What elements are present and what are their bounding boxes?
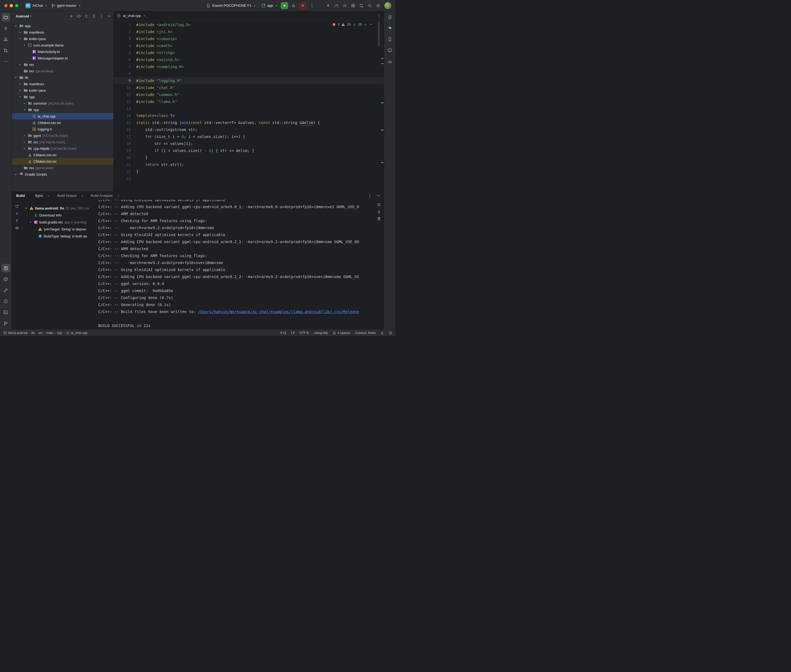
tree-item-kotlin-java[interactable]: ▾kotlin+java xyxy=(12,35,113,42)
tree-item-manifests[interactable]: ▸manifests xyxy=(12,81,113,87)
plugins-icon[interactable] xyxy=(351,3,355,8)
caret-position[interactable]: 9:21 xyxy=(280,331,286,335)
project-folder-tool-button[interactable] xyxy=(2,13,10,21)
ai-assistant-icon[interactable] xyxy=(326,3,330,8)
code-line-16[interactable]: 16 std::ostringstream str; xyxy=(114,126,384,133)
todo-list-icon[interactable] xyxy=(343,3,347,8)
minimize-icon[interactable] xyxy=(376,194,380,198)
chevron-right-icon[interactable]: ▸ xyxy=(18,63,22,66)
version-control-tool-button[interactable] xyxy=(2,319,10,328)
breadcrumb-item-main[interactable]: main xyxy=(46,331,53,335)
code-line-13[interactable]: 13 xyxy=(114,105,384,112)
code-line-15[interactable]: 15static std::string join(const std::vec… xyxy=(114,119,384,126)
chevron-right-icon[interactable]: ▸ xyxy=(22,141,26,143)
commit-tool-button[interactable] xyxy=(2,24,10,32)
tree-item-ggml[interactable]: ▸ggml[AiChat.lib.main] xyxy=(12,132,113,139)
build-output-console[interactable]: C/C++: -- Using KleidiAI optimized kerne… xyxy=(95,200,384,329)
tree-item-lib[interactable]: ▾lib xyxy=(12,74,113,81)
chevron-right-icon[interactable]: ▸ xyxy=(14,173,18,176)
chevron-down-icon[interactable]: ▾ xyxy=(14,24,18,27)
tree-item-cmakelists-txt[interactable]: CMakeLists.txt xyxy=(12,152,113,158)
code-line-22[interactable]: 22} xyxy=(114,168,384,175)
code-line-2[interactable]: 2#include <jni.h> xyxy=(114,28,384,35)
indent-config[interactable]: 4 spaces xyxy=(332,331,350,335)
code-line-5[interactable]: 5#include <string> xyxy=(114,49,384,56)
editor-scrollbar[interactable] xyxy=(378,21,380,46)
more-horizontal-tool-button[interactable] xyxy=(2,57,10,66)
chevron-right-icon[interactable]: ▸ xyxy=(18,83,22,85)
tree-item-src[interactable]: ▸src[AiChat.lib.main] xyxy=(12,139,113,145)
clear-icon[interactable] xyxy=(377,216,381,221)
breadcrumb-item-cpp[interactable]: cpp xyxy=(57,331,62,335)
sync-icon[interactable] xyxy=(359,3,364,8)
close-icon[interactable] xyxy=(117,194,120,197)
tree-item-cpp[interactable]: ▾cpp xyxy=(12,107,113,113)
chevron-right-icon[interactable]: ▸ xyxy=(18,31,22,34)
eye-icon[interactable] xyxy=(15,226,19,230)
run-config-selector[interactable]: app ▾ xyxy=(259,2,279,9)
breadcrumb-item-lib[interactable]: lib xyxy=(31,331,34,335)
code-line-4[interactable]: 4#include <cmath> xyxy=(114,42,384,49)
soft-wrap-icon[interactable] xyxy=(377,203,381,207)
locate-icon[interactable] xyxy=(77,14,81,18)
tab-build-analyzer[interactable]: Build Analyzer xyxy=(88,192,123,200)
problems-tool-button[interactable] xyxy=(2,297,10,306)
pin-icon[interactable] xyxy=(15,219,19,223)
running-devices-tool-button[interactable] xyxy=(386,46,394,54)
profiler-icon[interactable] xyxy=(334,3,339,8)
project-widget[interactable]: AC AiChat ▾ xyxy=(23,2,49,10)
plus-icon[interactable] xyxy=(69,14,74,18)
clang-tidy-widget[interactable]: .clang-tidy xyxy=(313,331,328,335)
terminal-tool-button[interactable] xyxy=(2,308,10,317)
dependencies-tool-button[interactable] xyxy=(2,275,10,283)
collapse-all-icon[interactable] xyxy=(92,14,96,18)
tree-item-messageadapter-kt[interactable]: MessageAdapter.kt xyxy=(12,55,113,61)
more-vertical-icon[interactable] xyxy=(377,14,381,18)
code-line-6[interactable]: 6#include <unistd.h> xyxy=(114,56,384,63)
settings-icon[interactable] xyxy=(376,3,380,8)
tab-build-output[interactable]: Build Output xyxy=(55,192,87,200)
inspections-widget[interactable]: 3 24 15 xyxy=(331,22,375,27)
vcs-branch-widget[interactable]: ggml-master ▾ xyxy=(49,2,83,9)
breadcrumb-item-llama-android[interactable]: llama.android xyxy=(3,331,27,335)
inspections-status-icon[interactable] xyxy=(388,331,392,335)
chevron-right-icon[interactable]: ▸ xyxy=(22,102,26,105)
error-stripe-mark[interactable] xyxy=(381,162,383,163)
chevron-down-icon[interactable]: ▾ xyxy=(22,44,26,46)
run-button[interactable] xyxy=(281,2,288,9)
code-line-19[interactable]: 19 if (i < values.size() - 1) { str << d… xyxy=(114,147,384,154)
todo-tool-button[interactable] xyxy=(2,264,10,272)
close-icon[interactable] xyxy=(47,194,50,197)
app-insights-tool-button[interactable] xyxy=(386,57,394,66)
next-problem-button[interactable] xyxy=(369,22,373,26)
hide-icon[interactable] xyxy=(107,14,111,18)
code-line-23[interactable]: 23 xyxy=(114,175,384,182)
tree-item-mainactivity-kt[interactable]: MainActivity.kt xyxy=(12,48,113,55)
tree-item-manifests[interactable]: ▸manifests xyxy=(12,29,113,35)
breadcrumb-item-src[interactable]: src xyxy=(38,331,43,335)
more-vertical-icon[interactable] xyxy=(367,194,372,198)
tree-item-common[interactable]: ▸common[AiChat.lib.main] xyxy=(12,100,113,107)
device-manager-tool-button[interactable] xyxy=(386,35,394,43)
chevron-right-icon[interactable]: ▸ xyxy=(22,134,26,137)
code-line-8[interactable]: 8 xyxy=(114,70,384,77)
more-vertical-icon[interactable] xyxy=(99,14,104,18)
chevron-down-icon[interactable]: ▾ xyxy=(29,221,32,224)
tree-item-build-gradle-kts[interactable]: ▾build.gradle.ktsapp 1 warning xyxy=(22,219,95,226)
tree-item-cpp-httplib[interactable]: ▸cpp-httplib[AiChat.lib.main] xyxy=(12,145,113,152)
chevron-down-icon[interactable]: ▾ xyxy=(24,207,28,210)
zoom-window-button[interactable] xyxy=(15,4,18,7)
breadcrumb-item-ai-chat-cpp[interactable]: ai_chat.cpp xyxy=(66,331,87,335)
user-avatar[interactable] xyxy=(384,2,391,9)
pull-request-tool-button[interactable] xyxy=(2,46,10,54)
expand-all-icon[interactable] xyxy=(84,14,88,18)
close-icon[interactable] xyxy=(81,194,84,197)
tree-item-download-info[interactable]: Download info xyxy=(22,212,95,219)
tree-item-kotlin-java[interactable]: ▸kotlin+java xyxy=(12,87,113,94)
tree-item-res[interactable]: res(generated) xyxy=(12,68,113,74)
tree-item-ai-chat-cpp[interactable]: ai_chat.cpp xyxy=(12,113,113,119)
chevron-right-icon[interactable]: ▸ xyxy=(18,89,22,92)
error-stripe-mark[interactable] xyxy=(381,102,383,103)
lock-icon[interactable] xyxy=(380,331,384,335)
code-line-20[interactable]: 20 } xyxy=(114,154,384,161)
